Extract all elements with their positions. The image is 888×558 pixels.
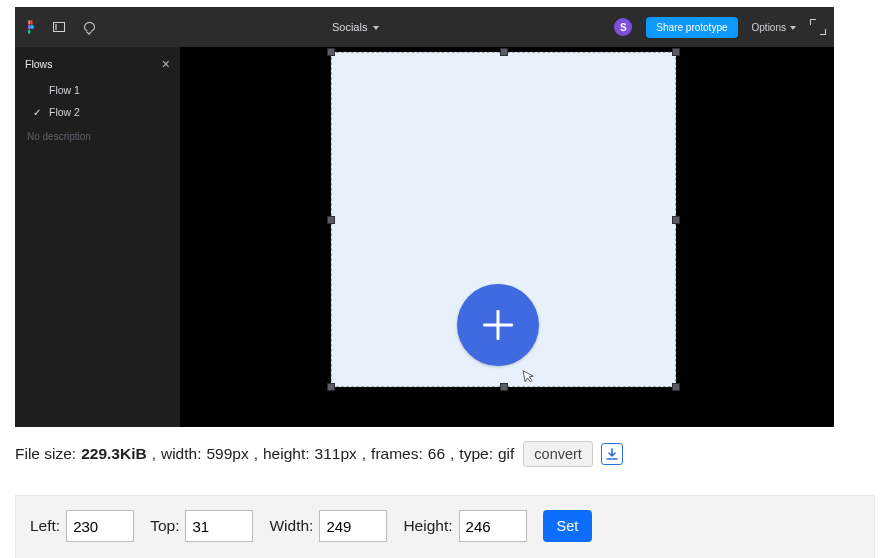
resize-handle-top-left[interactable] [327,48,335,56]
resize-handle-left-center[interactable] [327,216,335,224]
comments-icon[interactable] [81,19,97,35]
left-label: Left: [30,517,60,535]
frames-label: frames: [371,445,423,463]
svg-rect-2 [30,20,32,25]
svg-rect-4 [28,29,30,34]
width-value: 599px [206,445,248,463]
file-info-line: File size: 229.3KiB, width: 599px, heigh… [15,441,888,467]
download-button[interactable] [601,443,623,465]
no-description-label: No description [25,123,172,142]
fab-add-button[interactable] [457,284,539,366]
convert-button[interactable]: convert [523,441,593,467]
height-value: 311px [315,445,357,463]
width-label-crop: Width: [269,517,313,535]
top-input[interactable] [185,510,253,542]
height-input[interactable] [459,510,527,542]
top-label: Top: [150,517,179,535]
options-label: Options [752,22,786,33]
filesize-value: 229.3KiB [81,445,146,463]
svg-rect-1 [28,20,30,25]
chevron-down-icon [373,26,379,30]
type-value: gif [498,445,514,463]
flows-heading: Flows [25,58,52,70]
type-label: type: [459,445,493,463]
file-title-dropdown[interactable]: Socials [111,21,600,33]
resize-handle-bottom-center[interactable] [500,383,508,391]
flow-label: Flow 2 [49,106,80,118]
width-label: width: [161,445,202,463]
resize-handle-top-right[interactable] [672,48,680,56]
app-screenshot: Socials S Share prototype Options Flows … [15,7,834,427]
left-input[interactable] [66,510,134,542]
resize-handle-bottom-right[interactable] [672,383,680,391]
chevron-down-icon [790,26,796,30]
width-input[interactable] [319,510,387,542]
svg-rect-3 [28,25,30,30]
selection-frame[interactable] [331,52,676,387]
frames-value: 66 [428,445,445,463]
svg-point-0 [30,25,34,29]
plus-icon [483,310,513,340]
flow-label: Flow 1 [49,84,80,96]
enter-fullscreen-icon[interactable] [810,19,826,35]
share-prototype-button[interactable]: Share prototype [646,17,737,38]
resize-handle-top-center[interactable] [500,48,508,56]
prototype-canvas[interactable] [180,47,834,427]
resize-handle-bottom-left[interactable] [327,383,335,391]
file-title: Socials [332,21,367,33]
flow-item[interactable]: ✓ Flow 2 [25,101,172,123]
options-menu[interactable]: Options [752,22,796,33]
flows-header: Flows × [25,53,172,79]
height-label-crop: Height: [403,517,452,535]
figma-logo [23,20,37,34]
comma: , [254,445,258,463]
comma: , [362,445,366,463]
toolbar: Socials S Share prototype Options [15,7,834,47]
height-label: height: [263,445,310,463]
crop-controls: Left: Top: Width: Height: Set [15,495,875,558]
comma: , [152,445,156,463]
resize-handle-right-center[interactable] [672,216,680,224]
sidebar-toggle-icon[interactable] [51,19,67,35]
flow-item[interactable]: Flow 1 [25,79,172,101]
close-icon[interactable]: × [162,57,170,71]
check-icon: ✓ [33,107,43,118]
avatar[interactable]: S [614,18,632,36]
comma: , [450,445,454,463]
set-button[interactable]: Set [543,510,593,542]
flows-panel: Flows × Flow 1 ✓ Flow 2 No description [15,47,180,427]
filesize-label: File size: [15,445,76,463]
